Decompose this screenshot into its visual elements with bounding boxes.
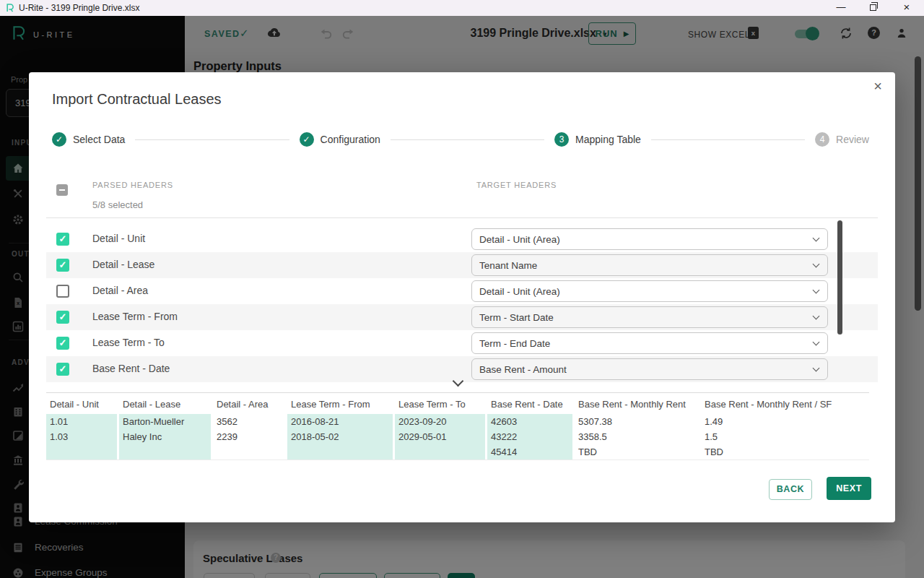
preview-column-header: Detail - Unit: [46, 393, 117, 414]
row-checkbox[interactable]: [56, 285, 69, 298]
select-value: Detail - Unit (Area): [479, 234, 560, 245]
row-checkbox[interactable]: ✓: [56, 259, 69, 272]
preview-cell: 2018-05-02: [287, 429, 393, 444]
preview-cell: 2016-08-21: [287, 414, 393, 429]
preview-column-header: Base Rent - Monthly Rent: [575, 393, 699, 414]
select-value: Detail - Unit (Area): [479, 286, 560, 297]
preview-row: 1.03Haley Inc22392018-05-022029-05-01432…: [46, 429, 869, 444]
chevron-down-icon: [813, 287, 820, 294]
preview-cell: 45414: [487, 444, 572, 460]
mapping-row: ✓Lease Term - FromTerm - Start Date: [46, 304, 878, 330]
row-checkbox[interactable]: ✓: [56, 363, 69, 376]
preview-cell: [213, 444, 285, 460]
preview-header-row: Detail - UnitDetail - LeaseDetail - Area…: [46, 393, 869, 414]
select-value: Tenant Name: [479, 260, 537, 271]
step-select-data[interactable]: ✓Select Data: [52, 132, 125, 147]
chevron-down-icon: [813, 313, 820, 320]
step-connector: [135, 139, 289, 140]
target-header-select[interactable]: Tenant Name: [471, 254, 828, 276]
preview-cell: 1.5: [701, 429, 867, 444]
step-label: Review: [836, 134, 869, 145]
preview-cell: 42603: [487, 414, 572, 429]
step-review[interactable]: 4Review: [815, 132, 869, 147]
modal-title: Import Contractual Leases: [52, 91, 222, 108]
preview-cell: [395, 444, 485, 460]
screen: U-Rite - 3199 Pringle Drive.xlsx — × SAV…: [0, 0, 924, 578]
preview-table: Detail - UnitDetail - LeaseDetail - Area…: [46, 392, 869, 460]
select-value: Base Rent - Amount: [479, 364, 567, 375]
step-label: Select Data: [73, 134, 125, 145]
step-connector: [391, 139, 544, 140]
preview-row: 45414TBDTBD: [46, 444, 869, 460]
step-mapping-table[interactable]: 3Mapping Table: [554, 132, 641, 147]
parsed-header-label: Lease Term - From: [92, 311, 178, 322]
mapping-row: ✓Detail - LeaseTenant Name: [46, 252, 878, 278]
target-header-select[interactable]: Term - End Date: [471, 332, 828, 354]
preview-row: 1.01Barton-Mueller35622016-08-212023-09-…: [46, 414, 869, 429]
select-all-checkbox[interactable]: [56, 184, 68, 196]
row-checkbox[interactable]: ✓: [56, 311, 69, 324]
parsed-header-label: Detail - Unit: [92, 233, 145, 244]
target-headers-label: TARGET HEADERS: [476, 181, 557, 189]
preview-cell: 2239: [213, 429, 285, 444]
step-configuration[interactable]: ✓Configuration: [300, 132, 380, 147]
parsed-headers-label: PARSED HEADERS: [92, 181, 173, 189]
stepper: ✓Select Data✓Configuration3Mapping Table…: [52, 131, 869, 147]
step-check-icon: ✓: [300, 132, 314, 147]
preview-cell: 1.01: [46, 414, 117, 429]
close-icon[interactable]: ×: [870, 78, 886, 94]
row-checkbox[interactable]: ✓: [56, 233, 69, 246]
parsed-header-label: Lease Term - To: [92, 337, 165, 348]
back-button[interactable]: BACK: [769, 479, 812, 500]
preview-cell: TBD: [701, 444, 867, 460]
row-checkbox[interactable]: ✓: [56, 337, 69, 350]
preview-cell: Haley Inc: [119, 429, 211, 444]
preview-column-header: Base Rent - Date: [487, 393, 572, 414]
target-header-select[interactable]: Detail - Unit (Area): [471, 280, 828, 302]
preview-cell: 3358.5: [575, 429, 699, 444]
close-window-button[interactable]: ×: [897, 0, 917, 16]
parsed-header-label: Base Rent - Date: [92, 363, 170, 374]
preview-column-header: Detail - Lease: [119, 393, 211, 414]
mapping-rows: ✓Detail - UnitDetail - Unit (Area)✓Detai…: [46, 226, 878, 382]
select-value: Term - Start Date: [479, 312, 554, 323]
preview-cell: 1.03: [46, 429, 117, 444]
step-label: Configuration: [321, 134, 380, 145]
urite-logo-icon: [5, 3, 15, 13]
mapping-row: ✓Lease Term - ToTerm - End Date: [46, 330, 878, 356]
target-header-select[interactable]: Base Rent - Amount: [471, 358, 828, 380]
preview-cell: 2029-05-01: [395, 429, 485, 444]
preview-cell: 1.49: [701, 414, 867, 429]
parsed-header-label: Detail - Area: [92, 285, 148, 296]
preview-column-header: Detail - Area: [213, 393, 285, 414]
divider: [46, 217, 878, 218]
mapping-row: Detail - AreaDetail - Unit (Area): [46, 278, 878, 304]
restore-icon: [870, 4, 876, 11]
target-header-select[interactable]: Term - Start Date: [471, 306, 828, 328]
preview-cell: 5307.38: [575, 414, 699, 429]
target-header-select[interactable]: Detail - Unit (Area): [471, 228, 828, 250]
preview-column-header: Lease Term - From: [287, 393, 393, 414]
preview-cell: [287, 444, 393, 460]
preview-column-header: Base Rent - Monthly Rent / SF: [701, 393, 867, 414]
step-number: 3: [554, 132, 569, 147]
import-leases-modal: × Import Contractual Leases ✓Select Data…: [29, 72, 895, 522]
chevron-down-icon: [813, 365, 820, 372]
minimize-button[interactable]: —: [831, 0, 851, 16]
preview-cell: Barton-Mueller: [119, 414, 211, 429]
restore-button[interactable]: [863, 0, 883, 16]
mapping-row: ✓Detail - UnitDetail - Unit (Area): [46, 226, 878, 252]
step-number: 4: [815, 132, 829, 147]
chevron-down-icon: [813, 235, 820, 242]
mapping-scrollbar[interactable]: [837, 220, 842, 335]
chevron-down-icon: [813, 261, 820, 268]
step-connector: [651, 139, 805, 140]
preview-cell: 3562: [213, 414, 285, 429]
os-titlebar: U-Rite - 3199 Pringle Drive.xlsx — ×: [0, 0, 924, 16]
chevron-down-icon: [813, 339, 820, 346]
preview-cell: 43222: [487, 429, 572, 444]
expand-chevron-icon[interactable]: [453, 376, 462, 385]
next-button[interactable]: NEXT: [827, 477, 871, 500]
window-title: U-Rite - 3199 Pringle Drive.xlsx: [19, 3, 139, 13]
preview-column-header: Lease Term - To: [395, 393, 485, 414]
